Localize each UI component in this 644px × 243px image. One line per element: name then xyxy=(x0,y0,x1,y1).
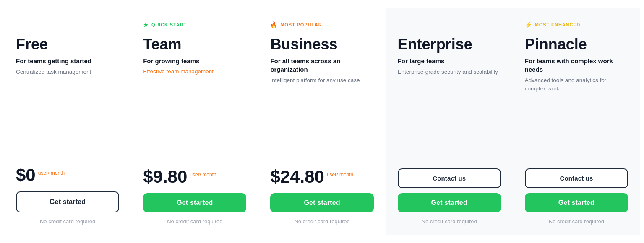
badge-label-business: Most Popular xyxy=(280,22,322,27)
plan-description-free: Centralized task management xyxy=(16,68,119,76)
plan-name-free: Free xyxy=(16,36,119,53)
no-credit-pinnacle: No credit card required xyxy=(525,218,628,225)
plan-card-enterprise: EnterpriseFor large teamsEnterprise-grad… xyxy=(386,8,513,235)
price-label-team: user/ month xyxy=(190,171,216,178)
price-row-business: $24.80 user/ month xyxy=(270,168,373,186)
plan-description-pinnacle: Advanced tools and analytics for complex… xyxy=(525,76,628,93)
price-amount-business: $24.80 xyxy=(270,168,324,186)
price-label-business: user/ month xyxy=(327,171,353,178)
badge-placeholder-enterprise xyxy=(398,20,501,29)
get-started-button-free[interactable]: Get started xyxy=(16,191,119,212)
badge-business: 🔥 Most Popular xyxy=(270,20,373,29)
plan-name-business: Business xyxy=(270,36,373,53)
get-started-button-business[interactable]: Get started xyxy=(270,193,373,212)
no-credit-team: No credit card required xyxy=(143,218,246,225)
plan-name-enterprise: Enterprise xyxy=(398,36,501,53)
get-started-button-enterprise[interactable]: Get started xyxy=(398,193,501,212)
plan-card-business: 🔥 Most Popular BusinessFor all teams acr… xyxy=(258,8,386,235)
contact-us-button-enterprise[interactable]: Contact us xyxy=(398,168,501,188)
no-credit-enterprise: No credit card required xyxy=(398,218,501,225)
plan-tagline-pinnacle: For teams with complex work needs xyxy=(525,57,628,74)
badge-label-pinnacle: Most Enhanced xyxy=(535,22,581,27)
badge-icon-pinnacle: ⚡ xyxy=(525,21,532,28)
plan-subtitle-team: Effective team management xyxy=(143,68,246,76)
contact-us-button-pinnacle[interactable]: Contact us xyxy=(525,168,628,188)
plan-description-enterprise: Enterprise-grade security and scalabilit… xyxy=(398,68,501,76)
badge-pinnacle: ⚡ Most Enhanced xyxy=(525,20,628,29)
get-started-button-team[interactable]: Get started xyxy=(143,193,246,212)
pricing-grid: FreeFor teams getting startedCentralized… xyxy=(4,8,640,235)
badge-placeholder-free xyxy=(16,20,119,29)
price-label-free: user/ month xyxy=(38,170,65,177)
plan-tagline-business: For all teams across an organization xyxy=(270,57,373,74)
badge-icon-team: ★ xyxy=(143,21,149,28)
plan-name-pinnacle: Pinnacle xyxy=(525,36,628,53)
plan-tagline-enterprise: For large teams xyxy=(398,57,501,65)
price-row-team: $9.80 user/ month xyxy=(143,168,246,186)
plan-tagline-team: For growing teams xyxy=(143,57,246,65)
badge-label-team: Quick Start xyxy=(151,22,187,27)
no-credit-free: No credit card required xyxy=(16,218,119,225)
plan-card-team: ★ Quick Start TeamFor growing teamsEffec… xyxy=(131,8,258,235)
no-credit-business: No credit card required xyxy=(270,218,373,225)
plan-tagline-free: For teams getting started xyxy=(16,57,119,65)
badge-icon-business: 🔥 xyxy=(270,21,278,28)
plan-card-free: FreeFor teams getting startedCentralized… xyxy=(4,8,131,235)
plan-name-team: Team xyxy=(143,36,246,53)
get-started-button-pinnacle[interactable]: Get started xyxy=(525,193,628,212)
price-amount-free: $0 xyxy=(16,166,36,184)
plan-description-business: Intelligent platform for any use case xyxy=(270,76,373,85)
badge-team: ★ Quick Start xyxy=(143,20,246,29)
price-amount-team: $9.80 xyxy=(143,168,187,186)
price-row-free: $0 user/ month xyxy=(16,166,119,184)
plan-card-pinnacle: ⚡ Most Enhanced PinnacleFor teams with c… xyxy=(513,8,640,235)
